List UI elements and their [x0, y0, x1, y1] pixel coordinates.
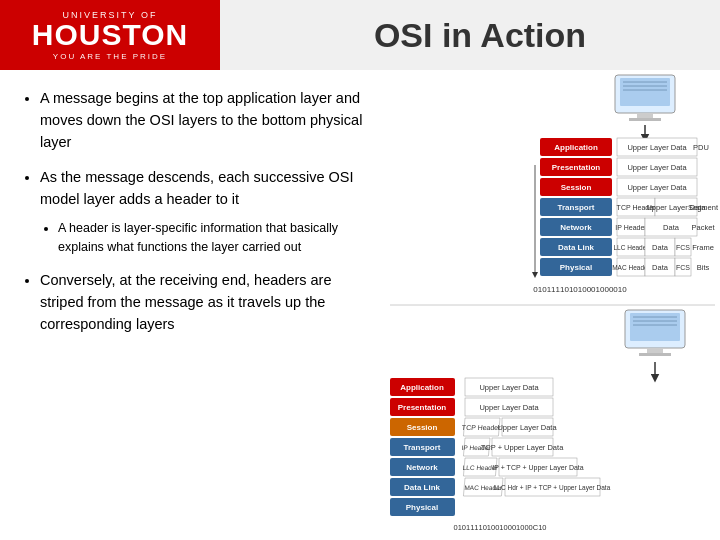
svg-text:Upper Layer Data: Upper Layer Data: [479, 403, 539, 412]
svg-text:Application: Application: [400, 383, 444, 392]
svg-text:Presentation: Presentation: [552, 163, 601, 172]
svg-text:Data: Data: [652, 243, 669, 252]
bullet-text-1: A message begins at the top application …: [40, 90, 362, 150]
svg-rect-6: [629, 118, 661, 121]
list-item: As the message descends, each successive…: [40, 167, 367, 256]
svg-rect-60: [647, 348, 663, 353]
svg-text:Presentation: Presentation: [398, 403, 447, 412]
svg-text:LLC Hdr + IP + TCP + Upper Lay: LLC Hdr + IP + TCP + Upper Layer Data: [494, 484, 611, 492]
svg-text:Upper Layer Data: Upper Layer Data: [627, 143, 687, 152]
main-content: A message begins at the top application …: [0, 70, 720, 540]
svg-text:LLC Header: LLC Header: [613, 244, 649, 251]
slide-title: OSI in Action: [220, 0, 720, 70]
university-logo: UNIVERSITY of HOUSTON YOU ARE THE PRIDE: [0, 0, 220, 70]
svg-text:Session: Session: [561, 183, 592, 192]
sub-bullet-text-1: A header is layer-specific information t…: [58, 221, 338, 254]
svg-text:IP Header: IP Header: [615, 224, 647, 231]
osi-diagram-svg: Application Upper Layer Data PDU Present…: [385, 70, 720, 540]
svg-text:Segment: Segment: [688, 203, 719, 212]
svg-text:Transport: Transport: [558, 203, 595, 212]
svg-text:Physical: Physical: [560, 263, 592, 272]
svg-text:PDU: PDU: [693, 143, 709, 152]
osi-diagram-panel: Application Upper Layer Data PDU Present…: [385, 70, 720, 540]
svg-text:Upper Layer Data: Upper Layer Data: [627, 163, 687, 172]
bullet-list: A message begins at the top application …: [22, 88, 367, 336]
svg-text:Frame: Frame: [692, 243, 714, 252]
list-item: A message begins at the top application …: [40, 88, 367, 153]
logo-tagline-text: YOU ARE THE PRIDE: [53, 52, 167, 61]
bullet-text-2: As the message descends, each successive…: [40, 169, 354, 207]
svg-text:010111101010001000010: 010111101010001000010: [533, 285, 627, 294]
svg-text:Transport: Transport: [404, 443, 441, 452]
svg-text:Application: Application: [554, 143, 598, 152]
text-panel: A message begins at the top application …: [0, 70, 385, 540]
svg-text:Data Link: Data Link: [404, 483, 441, 492]
svg-text:Network: Network: [406, 463, 438, 472]
header: UNIVERSITY of HOUSTON YOU ARE THE PRIDE …: [0, 0, 720, 70]
sub-list-item: A header is layer-specific information t…: [58, 219, 367, 257]
svg-text:Physical: Physical: [406, 503, 438, 512]
svg-text:Packet: Packet: [692, 223, 716, 232]
svg-text:Data Link: Data Link: [558, 243, 595, 252]
svg-text:Upper Layer Data: Upper Layer Data: [497, 423, 557, 432]
svg-text:FCS: FCS: [676, 244, 690, 251]
svg-text:FCS: FCS: [676, 264, 690, 271]
logo-houston-text: HOUSTON: [32, 20, 188, 50]
list-item: Conversely, at the receiving end, header…: [40, 270, 367, 335]
bullet-text-3: Conversely, at the receiving end, header…: [40, 272, 332, 332]
svg-rect-5: [637, 113, 653, 118]
svg-text:IP + TCP + Upper Layer Data: IP + TCP + Upper Layer Data: [492, 464, 584, 472]
svg-text:TCP + Upper Layer Data: TCP + Upper Layer Data: [481, 443, 564, 452]
svg-text:Bits: Bits: [697, 263, 710, 272]
svg-text:Upper Layer Data: Upper Layer Data: [479, 383, 539, 392]
svg-text:TCP Header: TCP Header: [462, 424, 502, 431]
svg-text:0101111010010001000C10: 0101111010010001000C10: [453, 523, 546, 532]
svg-text:Data: Data: [663, 223, 680, 232]
svg-text:Network: Network: [560, 223, 592, 232]
svg-text:Data: Data: [652, 263, 669, 272]
svg-text:Upper Layer Data: Upper Layer Data: [627, 183, 687, 192]
sub-bullet-list: A header is layer-specific information t…: [40, 219, 367, 257]
svg-text:Session: Session: [407, 423, 438, 432]
svg-rect-61: [639, 353, 671, 356]
